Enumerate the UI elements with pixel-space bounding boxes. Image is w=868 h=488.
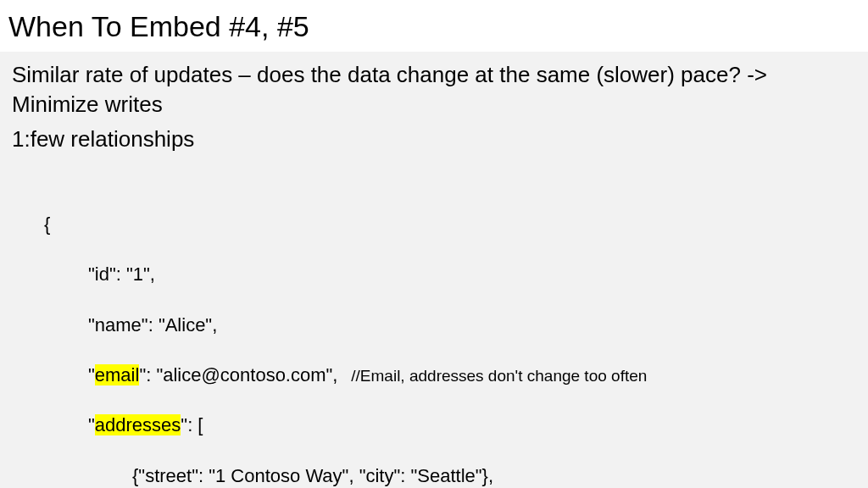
addresses-rest: ": [ — [181, 414, 203, 435]
slide-body: Similar rate of updates – does the data … — [0, 52, 868, 488]
highlight-email: email — [95, 364, 140, 385]
slide: When To Embed #4, #5 Similar rate of upd… — [0, 0, 868, 488]
code-line-open: { — [44, 212, 856, 237]
bullet-point-1: Similar rate of updates – does the data … — [12, 60, 856, 119]
highlight-addresses: addresses — [95, 414, 181, 435]
bullet-point-2: 1:few relationships — [12, 125, 856, 154]
code-line-id: "id": "1", — [44, 262, 856, 287]
code-example: { "id": "1", "name": "Alice", "email": "… — [44, 186, 856, 488]
email-rest: ": "alice@contoso.com", — [139, 364, 337, 385]
code-line-addr1: {"street": "1 Contoso Way", "city": "Sea… — [44, 463, 856, 488]
code-line-addresses: "addresses": [ — [44, 413, 856, 438]
code-comment: //Email, addresses don't change too ofte… — [337, 367, 647, 385]
quote: " — [88, 414, 95, 435]
code-line-name: "name": "Alice", — [44, 313, 856, 338]
code-line-email: "email": "alice@contoso.com", //Email, a… — [44, 363, 856, 388]
slide-title: When To Embed #4, #5 — [0, 0, 868, 52]
quote: " — [88, 364, 95, 385]
